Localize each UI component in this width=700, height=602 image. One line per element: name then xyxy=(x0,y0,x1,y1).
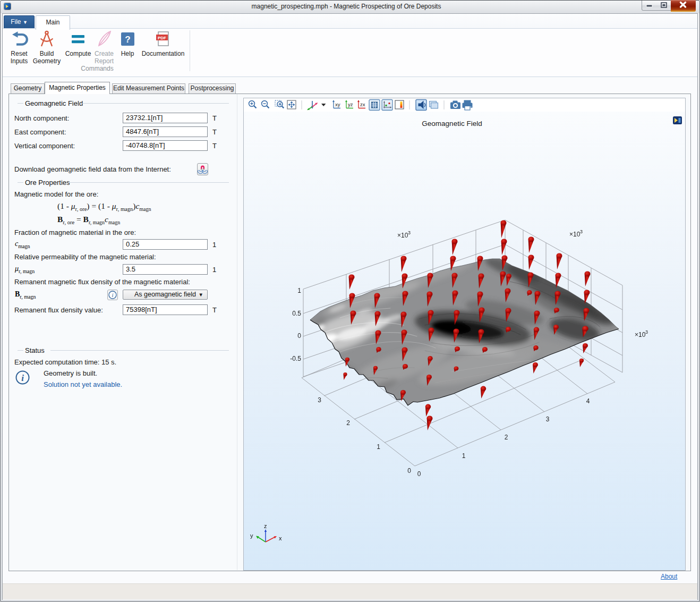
svg-text:3: 3 xyxy=(408,230,411,235)
svg-text:zx: zx xyxy=(360,101,365,107)
svg-text:3: 3 xyxy=(645,329,648,335)
svg-text:z: z xyxy=(264,523,267,529)
svg-text:0: 0 xyxy=(297,332,301,340)
svg-text:Geomagnetic Field: Geomagnetic Field xyxy=(422,120,482,128)
svg-text:PDF: PDF xyxy=(158,36,166,40)
svg-text:0: 0 xyxy=(407,467,411,474)
svg-text:yz: yz xyxy=(348,101,353,107)
svg-text:3: 3 xyxy=(318,396,321,404)
svg-text:i: i xyxy=(112,292,113,298)
svg-text:1: 1 xyxy=(377,443,380,451)
svg-text:1: 1 xyxy=(462,452,466,460)
svg-text:y: y xyxy=(250,532,253,539)
svg-text:2: 2 xyxy=(346,419,350,427)
svg-text:0.5: 0.5 xyxy=(292,310,301,317)
svg-text:-0.5: -0.5 xyxy=(290,355,301,362)
svg-text:×10: ×10 xyxy=(569,231,581,238)
svg-text:i: i xyxy=(21,373,24,383)
svg-text:2: 2 xyxy=(505,434,508,441)
svg-text:xy: xy xyxy=(335,101,340,107)
svg-text:×10: ×10 xyxy=(635,331,646,338)
svg-text:x: x xyxy=(279,535,282,541)
svg-text:3: 3 xyxy=(546,416,550,423)
svg-text:3: 3 xyxy=(580,229,583,234)
svg-text:4: 4 xyxy=(586,397,590,405)
svg-text:?: ? xyxy=(125,35,130,45)
svg-text:1: 1 xyxy=(297,287,301,294)
svg-text:×10: ×10 xyxy=(397,232,408,239)
svg-text:0: 0 xyxy=(417,470,421,478)
